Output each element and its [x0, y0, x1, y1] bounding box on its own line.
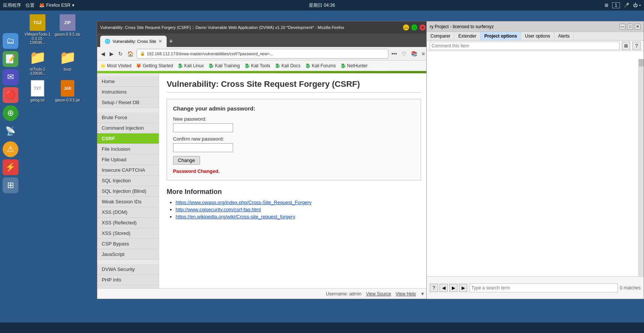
dock-app4-icon[interactable]: ⊕: [3, 105, 18, 121]
dock-files-icon[interactable]: 🗂: [3, 33, 18, 49]
dock-kali-icon[interactable]: ⚡: [3, 159, 18, 175]
more-info-section: More Information https://www.owasp.org/i…: [167, 188, 421, 219]
wikipedia-csrf-link[interactable]: https://en.wikipedia.org/wiki/Cross-site…: [176, 214, 295, 219]
ff-maximize-button[interactable]: □: [411, 24, 417, 30]
sidebar-item-dvwa-security[interactable]: DVWA Security: [97, 264, 159, 275]
burp-search-help-button[interactable]: ?: [430, 284, 438, 292]
bookmark-kali-tools[interactable]: 🐉 Kali Tools: [244, 63, 270, 68]
scroll-down-icon[interactable]: ▼: [420, 291, 425, 297]
burp-comment-area: ⊞ ?: [427, 41, 644, 51]
owasp-csrf-link[interactable]: https://www.owasp.org/index.php/Cross-Si…: [176, 200, 311, 205]
kali-linux-icon: 🐉: [178, 63, 183, 68]
desktop-icon-txt[interactable]: TXT gelog.txt: [24, 79, 51, 102]
bookmark-nethunter[interactable]: 🐉 NetHunter: [340, 63, 368, 68]
bookmark-getting-started[interactable]: 🦊 Getting Started: [136, 63, 173, 68]
view-source-button[interactable]: View Source: [366, 291, 391, 297]
new-password-input[interactable]: [173, 123, 233, 132]
confirm-password-input[interactable]: [173, 143, 233, 152]
desktop-icon-folder1[interactable]: 📁 reTools-1-139595...: [24, 48, 51, 76]
desktop-icon-tgz[interactable]: TGZ VMwareTools-10.3.10-139595...: [24, 14, 51, 45]
dock-app3-icon[interactable]: 🔴: [3, 87, 18, 103]
ff-tab-close-button[interactable]: ✕: [158, 39, 162, 44]
desktop-icon-zip[interactable]: ZIP gason-0.9.5.zip: [54, 14, 81, 45]
ff-forward-button[interactable]: ▶: [108, 49, 115, 58]
change-button[interactable]: Change: [173, 156, 200, 165]
ff-back-button[interactable]: ◀: [99, 49, 107, 58]
sidebar-item-xss-stored[interactable]: XSS (Stored): [97, 228, 159, 239]
ff-tabbar: 🌐 Vulnerability: Cross Site ✕ +: [97, 33, 429, 47]
burp-maximize-button[interactable]: □: [627, 24, 633, 30]
dock-mail-icon[interactable]: ✉: [3, 69, 18, 85]
ff-address-bar[interactable]: 🔒 192.168.112.173/dvwa-master/vulnerabil…: [137, 49, 388, 59]
sidebar-item-csp-bypass[interactable]: CSP Bypass: [97, 239, 159, 249]
dock-wifi-icon[interactable]: 📡: [3, 123, 18, 139]
burp-scrollbar-thumb[interactable]: [639, 59, 644, 67]
sidebar-item-xss-dom[interactable]: XSS (DOM): [97, 207, 159, 218]
bookmark-most-visited[interactable]: ⭐ Most Visited: [100, 63, 131, 68]
sidebar-item-csrf[interactable]: CSRF: [97, 133, 159, 144]
burp-search-input[interactable]: [469, 283, 618, 292]
burp-search-prev-button[interactable]: ◀: [439, 284, 448, 292]
sidebar-item-sql-injection-blind[interactable]: SQL Injection (Blind): [97, 186, 159, 197]
ff-close-button[interactable]: ✕: [420, 24, 426, 30]
bookmark-kali-forums[interactable]: 🐉 Kali Forums: [305, 63, 336, 68]
ff-menu-button[interactable]: ≡: [420, 49, 426, 58]
ff-new-tab-button[interactable]: +: [169, 36, 173, 47]
location-menu[interactable]: 位置: [26, 2, 35, 9]
ff-bookmark-button[interactable]: ♡: [400, 49, 408, 58]
burp-grid-view-button[interactable]: ⊞: [622, 42, 630, 50]
dock-security-icon[interactable]: ⚠: [3, 141, 18, 157]
ff-refresh-button[interactable]: ↻: [117, 49, 124, 58]
sidebar-item-php-info[interactable]: PHP Info: [97, 275, 159, 285]
sidebar-item-home[interactable]: Home: [97, 76, 159, 87]
ff-bookmarks-bar: ⭐ Most Visited 🦊 Getting Started 🐉 Kali …: [97, 61, 429, 71]
view-help-button[interactable]: View Help: [396, 291, 416, 297]
burp-scrollbar[interactable]: [638, 59, 644, 277]
sidebar-item-xss-reflected[interactable]: XSS (Reflected): [97, 218, 159, 228]
workspace-indicator[interactable]: 1: [612, 2, 620, 8]
burp-menu-alerts[interactable]: Alerts: [554, 32, 574, 40]
dock-notes-icon[interactable]: 📝: [3, 51, 18, 67]
browser-label[interactable]: 🦊 Firefox ESR ▾: [39, 3, 74, 8]
sidebar-item-instructions[interactable]: Instructions: [97, 87, 159, 97]
power-icon[interactable]: ⏻ ▾: [633, 3, 641, 8]
burp-menu-user-options[interactable]: User options: [521, 32, 554, 40]
ff-tab-active[interactable]: 🌐 Vulnerability: Cross Site ✕: [100, 36, 167, 47]
sidebar-item-javascript[interactable]: JavaScript: [97, 249, 159, 260]
burp-minimize-button[interactable]: —: [620, 24, 626, 30]
dvwa-main: Vulnerability: Cross Site Request Forger…: [159, 73, 429, 288]
apps-menu[interactable]: 应用程序: [3, 2, 21, 9]
burp-menu-project-options[interactable]: Project options: [480, 32, 521, 40]
kali-training-icon: 🐉: [208, 63, 214, 68]
ff-more-button[interactable]: •••: [390, 49, 399, 58]
burp-search-case-button[interactable]: ▶: [459, 284, 467, 292]
sidebar-item-file-inclusion[interactable]: File Inclusion: [97, 144, 159, 154]
burp-close-button[interactable]: ✕: [635, 24, 641, 30]
cgisecurity-link[interactable]: http://www.cgisecurity.com/csrf-faq.html: [176, 207, 261, 212]
sidebar-item-brute-force[interactable]: Brute Force: [97, 112, 159, 123]
burp-comment-input[interactable]: [430, 42, 620, 50]
sidebar-spacer-1: [97, 108, 159, 112]
mic-icon: 🎤: [624, 3, 629, 8]
ff-toolbar: ◀ ▶ ↻ 🏠 🔒 192.168.112.173/dvwa-master/vu…: [97, 47, 429, 61]
sidebar-item-command-injection[interactable]: Command Injection: [97, 123, 159, 133]
sidebar-item-insecure-captcha[interactable]: Insecure CAPTCHA: [97, 165, 159, 176]
ff-sidepanel-button[interactable]: 📚: [409, 49, 419, 58]
desktop-icon-jar[interactable]: JAR gason-0.9.5.jar: [54, 79, 81, 102]
bookmark-kali-linux[interactable]: 🐉 Kali Linux: [178, 63, 204, 68]
sidebar-item-file-upload[interactable]: File Upload: [97, 154, 159, 165]
sidebar-item-about[interactable]: About: [97, 285, 159, 288]
dock-apps-icon[interactable]: ⊞: [3, 177, 18, 193]
burp-search-next-button[interactable]: ▶: [449, 284, 457, 292]
sidebar-item-sql-injection[interactable]: SQL Injection: [97, 176, 159, 186]
bookmark-kali-docs[interactable]: 🐉 Kali Docs: [275, 63, 301, 68]
sidebar-item-setup[interactable]: Setup / Reset DB: [97, 97, 159, 108]
burp-menu-extender[interactable]: Extender: [454, 32, 480, 40]
desktop-icon-folder2[interactable]: 📁 burp: [54, 48, 81, 76]
ff-home-button[interactable]: 🏠: [126, 49, 135, 58]
bookmark-kali-training[interactable]: 🐉 Kali Training: [208, 63, 240, 68]
ff-minimize-button[interactable]: —: [403, 24, 409, 30]
burp-help-button[interactable]: ?: [632, 42, 641, 50]
sidebar-item-weak-session-ids[interactable]: Weak Session IDs: [97, 197, 159, 207]
burp-menu-comparer[interactable]: Comparer: [427, 32, 454, 40]
